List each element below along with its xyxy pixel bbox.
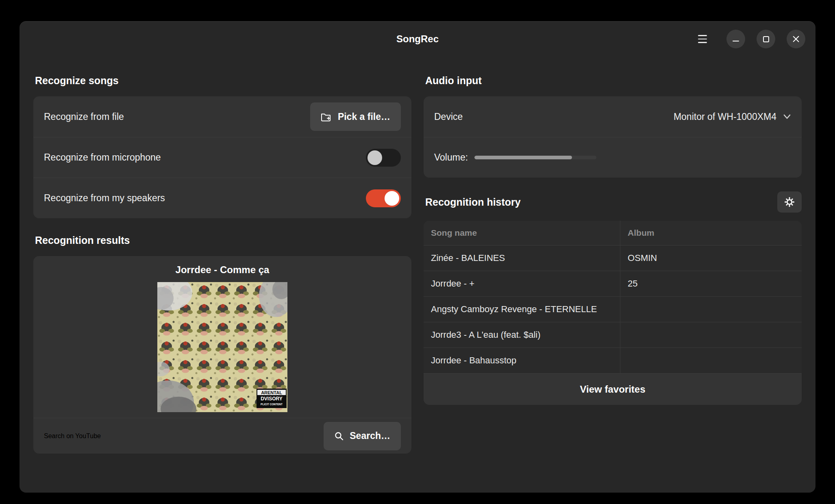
maximize-icon xyxy=(763,36,769,42)
history-song-cell[interactable]: Jorrdee - + xyxy=(424,271,620,297)
minimize-button[interactable] xyxy=(726,30,745,48)
search-youtube-button[interactable]: Search… xyxy=(324,422,401,450)
recognize-from-microphone-row: Recognize from microphone xyxy=(33,137,411,178)
album-cover: ARENTAL DVISORY PLICIT CONTENT xyxy=(157,282,287,412)
search-icon xyxy=(334,431,344,441)
history-settings-button[interactable] xyxy=(777,191,802,213)
recognition-history-card: Song name Album Zinée - BALEINES OSMIN J… xyxy=(424,221,802,405)
table-row[interactable]: Jorrde3 - A L'eau (feat. $ali) xyxy=(424,322,802,348)
close-button[interactable] xyxy=(787,30,805,48)
minimize-icon xyxy=(733,41,739,42)
history-album-cell[interactable] xyxy=(620,322,802,348)
desktop-background: SongRec Recognize songs Recognize from f… xyxy=(0,0,835,504)
search-on-youtube-row: Search on YouTube Search… xyxy=(33,418,411,454)
table-row[interactable]: Angsty Camboyz Revenge - ETERNELLE xyxy=(424,297,802,322)
table-row[interactable]: Jorrdee - + 25 xyxy=(424,271,802,297)
column-header-song-name[interactable]: Song name xyxy=(424,221,620,245)
recognize-from-file-label: Recognize from file xyxy=(44,111,124,122)
history-song-cell[interactable]: Jorrdee - Bahausstop xyxy=(424,348,620,374)
toggle-knob xyxy=(367,150,382,165)
history-album-cell[interactable]: OSMIN xyxy=(620,245,802,271)
chevron-down-icon xyxy=(783,114,791,119)
pick-a-file-label: Pick a file… xyxy=(338,111,390,122)
recognize-card: Recognize from file Pick a file… Recogni… xyxy=(33,96,411,218)
window-content: Recognize songs Recognize from file Pick… xyxy=(20,57,815,493)
recognize-songs-heading: Recognize songs xyxy=(35,75,411,87)
recognize-from-file-row: Recognize from file Pick a file… xyxy=(33,96,411,137)
speakers-toggle[interactable] xyxy=(366,189,401,207)
hamburger-glyph xyxy=(698,35,707,43)
history-album-cell[interactable] xyxy=(620,348,802,374)
left-column: Recognize songs Recognize from file Pick… xyxy=(33,68,411,493)
close-icon xyxy=(792,35,800,43)
gear-icon xyxy=(784,196,795,208)
device-selected-value: Monitor of WH-1000XM4 xyxy=(674,111,776,122)
recognition-history-header: Recognition history xyxy=(424,191,802,213)
recognition-results-card: Jorrdee - Comme ça xyxy=(33,256,411,454)
headerbar[interactable]: SongRec xyxy=(20,21,815,57)
history-album-cell[interactable]: 25 xyxy=(620,271,802,297)
recognize-from-speakers-row: Recognize from my speakers xyxy=(33,178,411,218)
microphone-toggle[interactable] xyxy=(366,149,401,167)
svg-text:ARENTAL: ARENTAL xyxy=(261,390,282,395)
view-favorites-button[interactable]: View favorites xyxy=(424,373,802,405)
recognition-history-heading: Recognition history xyxy=(425,196,521,208)
table-row[interactable]: Jorrdee - Bahausstop xyxy=(424,348,802,374)
search-on-youtube-label: Search on YouTube xyxy=(44,432,101,440)
toggle-knob xyxy=(385,191,399,206)
audio-input-card: Device Monitor of WH-1000XM4 Volume: xyxy=(424,96,802,178)
device-label: Device xyxy=(434,111,463,122)
recognized-song-title: Jorrdee - Comme ça xyxy=(176,264,270,276)
history-table: Song name Album Zinée - BALEINES OSMIN J… xyxy=(424,221,802,373)
folder-open-icon xyxy=(321,112,332,122)
history-song-cell[interactable]: Zinée - BALEINES xyxy=(424,245,620,271)
volume-meter xyxy=(474,156,596,159)
volume-row: Volume: xyxy=(424,137,802,178)
recognize-from-microphone-label: Recognize from microphone xyxy=(44,152,161,163)
history-album-cell[interactable] xyxy=(620,297,802,322)
history-song-cell[interactable]: Angsty Camboyz Revenge - ETERNELLE xyxy=(424,297,620,322)
maximize-button[interactable] xyxy=(757,30,775,48)
recognition-results-heading: Recognition results xyxy=(35,235,411,246)
svg-text:DVISORY: DVISORY xyxy=(261,396,283,402)
volume-label: Volume: xyxy=(434,152,468,163)
app-window: SongRec Recognize songs Recognize from f… xyxy=(20,21,815,493)
device-dropdown[interactable]: Monitor of WH-1000XM4 xyxy=(674,111,791,122)
hamburger-menu-icon[interactable] xyxy=(693,30,712,48)
recognize-from-speakers-label: Recognize from my speakers xyxy=(44,193,165,204)
right-column: Audio input Device Monitor of WH-1000XM4… xyxy=(424,68,802,493)
table-row[interactable]: Zinée - BALEINES OSMIN xyxy=(424,245,802,271)
history-header-row: Song name Album xyxy=(424,221,802,245)
volume-meter-fill xyxy=(474,156,572,159)
device-row: Device Monitor of WH-1000XM4 xyxy=(424,96,802,137)
search-youtube-label: Search… xyxy=(350,430,390,441)
svg-text:PLICIT CONTENT: PLICIT CONTENT xyxy=(261,403,283,406)
audio-input-heading: Audio input xyxy=(425,75,802,87)
window-controls xyxy=(693,30,805,48)
column-header-album[interactable]: Album xyxy=(620,221,802,245)
pick-a-file-button[interactable]: Pick a file… xyxy=(310,102,401,131)
history-song-cell[interactable]: Jorrde3 - A L'eau (feat. $ali) xyxy=(424,322,620,348)
parental-advisory-badge: ARENTAL DVISORY PLICIT CONTENT xyxy=(257,389,287,408)
